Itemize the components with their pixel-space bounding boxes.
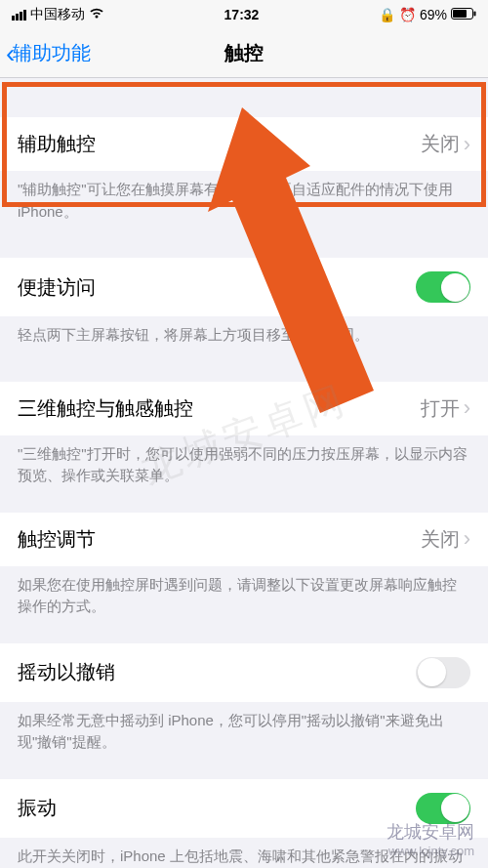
row-label: 触控调节 [18, 526, 96, 553]
signal-icon [12, 10, 26, 21]
battery-icon [451, 7, 476, 22]
svg-rect-1 [453, 10, 467, 18]
back-button[interactable]: ‹ 辅助功能 [0, 40, 91, 67]
battery-label: 69% [420, 7, 447, 22]
status-left: 中国移动 [12, 6, 104, 23]
row-touch-accommodations[interactable]: 触控调节 关闭 › [0, 513, 488, 566]
carrier-label: 中国移动 [30, 6, 85, 23]
toggle-shake-undo[interactable] [416, 657, 470, 688]
section-footer: 轻点两下主屏幕按钮，将屏幕上方项目移至可及范围。 [0, 316, 488, 347]
section-footer: "三维触控"打开时，您可以使用强弱不同的压力按压屏幕，以显示内容预览、操作或关联… [0, 435, 488, 487]
back-label: 辅助功能 [13, 40, 91, 66]
section-footer: 如果经常无意中摇动到 iPhone，您可以停用"摇动以撤销"来避免出现"撤销"提… [0, 702, 488, 754]
chevron-right-icon: › [464, 132, 470, 157]
chevron-right-icon: › [464, 526, 470, 552]
row-value: 关闭 › [421, 526, 470, 553]
section-footer: 此开关关闭时，iPhone 上包括地震、海啸和其他紧急警报在内的振动将全部停用。 [0, 838, 488, 869]
section-vibration: 振动 此开关关闭时，iPhone 上包括地震、海啸和其他紧急警报在内的振动将全部… [0, 779, 488, 869]
row-reachability[interactable]: 便捷访问 [0, 258, 488, 316]
row-label: 辅助触控 [18, 131, 96, 157]
clock: 17:32 [224, 7, 260, 22]
section-reachability: 便捷访问 轻点两下主屏幕按钮，将屏幕上方项目移至可及范围。 [0, 258, 488, 347]
row-label: 便捷访问 [18, 274, 96, 301]
section-3d-touch: 三维触控与触感触控 打开 › "三维触控"打开时，您可以使用强弱不同的压力按压屏… [0, 382, 488, 487]
chevron-right-icon: › [464, 395, 470, 421]
status-bar: 中国移动 17:32 🔒 ⏰ 69% [0, 0, 488, 29]
row-value: 打开 › [421, 395, 470, 422]
row-shake-undo[interactable]: 摇动以撤销 [0, 643, 488, 702]
row-label: 三维触控与触感触控 [18, 395, 193, 422]
row-label: 摇动以撤销 [18, 659, 115, 685]
lock-icon: 🔒 [379, 7, 395, 22]
section-footer: 如果您在使用触控屏时遇到问题，请调整以下设置更改屏幕响应触控操作的方式。 [0, 566, 488, 618]
toggle-vibration[interactable] [416, 793, 470, 824]
row-value: 关闭 › [421, 131, 470, 157]
section-footer: "辅助触控"可让您在触摸屏幕有困难或需要自适应配件的情况下使用 iPhone。 [0, 171, 488, 223]
section-assistive-touch: 辅助触控 关闭 › "辅助触控"可让您在触摸屏幕有困难或需要自适应配件的情况下使… [0, 117, 488, 223]
row-assistive-touch[interactable]: 辅助触控 关闭 › [0, 117, 488, 171]
wifi-icon [89, 7, 104, 22]
row-label: 振动 [18, 795, 57, 821]
toggle-reachability[interactable] [416, 271, 470, 303]
row-3d-touch[interactable]: 三维触控与触感触控 打开 › [0, 382, 488, 435]
section-shake-undo: 摇动以撤销 如果经常无意中摇动到 iPhone，您可以停用"摇动以撤销"来避免出… [0, 643, 488, 754]
page-title: 触控 [224, 40, 264, 66]
row-vibration[interactable]: 振动 [0, 779, 488, 838]
section-touch-accommodations: 触控调节 关闭 › 如果您在使用触控屏时遇到问题，请调整以下设置更改屏幕响应触控… [0, 513, 488, 618]
status-right: 🔒 ⏰ 69% [379, 7, 476, 22]
alarm-icon: ⏰ [399, 7, 416, 22]
svg-rect-2 [474, 12, 476, 17]
nav-bar: ‹ 辅助功能 触控 [0, 29, 488, 78]
